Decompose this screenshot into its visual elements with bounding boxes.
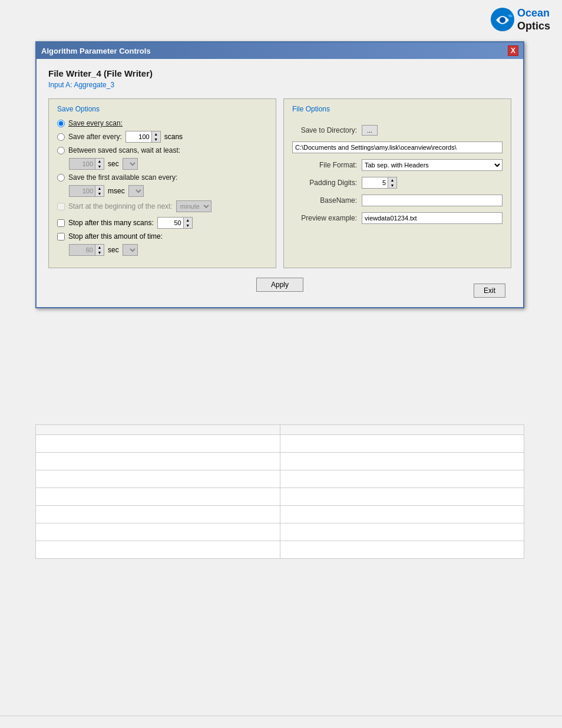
preview-input[interactable] bbox=[362, 212, 503, 224]
stop-time-unit: sec bbox=[108, 246, 119, 254]
save-first-input[interactable] bbox=[69, 185, 95, 197]
basename-input[interactable] bbox=[362, 195, 503, 206]
stop-time-input[interactable] bbox=[69, 244, 95, 256]
save-after-every-up[interactable]: ▲ bbox=[152, 131, 160, 137]
file-format-row: File Format: Tab sep. with Headers bbox=[292, 159, 503, 171]
algorithm-parameter-controls-dialog: Algorithm Parameter Controls X File Writ… bbox=[35, 41, 524, 308]
save-first-down[interactable]: ▼ bbox=[95, 191, 104, 196]
between-saved-dropdown[interactable] bbox=[123, 158, 138, 170]
table-row bbox=[36, 453, 524, 470]
between-saved-up[interactable]: ▲ bbox=[95, 159, 104, 164]
start-beginning-row: Start at the beginning of the next: minu… bbox=[57, 200, 267, 212]
padding-digits-down[interactable]: ▼ bbox=[388, 183, 396, 188]
save-first-controls: ▲ ▼ msec bbox=[69, 185, 267, 197]
logo-brand2: Optics bbox=[517, 20, 550, 32]
save-after-every-label: Save after every: bbox=[68, 133, 122, 141]
save-options-title: Save Options bbox=[57, 105, 267, 113]
stop-time-down[interactable]: ▼ bbox=[95, 250, 104, 255]
basename-row: BaseName: bbox=[292, 195, 503, 206]
padding-digits-up[interactable]: ▲ bbox=[388, 177, 396, 183]
save-first-up[interactable]: ▲ bbox=[95, 186, 104, 191]
save-after-every-unit: scans bbox=[164, 133, 183, 141]
basename-label: BaseName: bbox=[292, 196, 357, 205]
bottom-rule bbox=[0, 716, 562, 716]
save-after-every-spinbox: ▲ ▼ bbox=[125, 131, 161, 143]
save-first-dropdown[interactable] bbox=[128, 185, 144, 197]
save-first-unit: msec bbox=[108, 187, 125, 195]
table-header-col1 bbox=[36, 425, 280, 435]
save-first-spinbox: ▲ ▼ bbox=[69, 185, 104, 197]
stop-time-label: Stop after this amount of time: bbox=[68, 232, 163, 241]
padding-digits-row: Padding Digits: ▲ ▼ bbox=[292, 177, 503, 189]
save-after-every-radio[interactable] bbox=[57, 133, 65, 141]
between-saved-radio[interactable] bbox=[57, 147, 65, 154]
stop-scans-input[interactable] bbox=[157, 217, 184, 229]
preview-label: Preview example: bbox=[292, 214, 357, 222]
save-first-radio[interactable] bbox=[57, 174, 65, 182]
exit-button[interactable]: Exit bbox=[474, 284, 505, 298]
directory-path-input[interactable] bbox=[292, 141, 503, 153]
save-after-every-down[interactable]: ▼ bbox=[152, 137, 160, 142]
preview-row: Preview example: bbox=[292, 212, 503, 224]
table-row bbox=[36, 435, 524, 453]
stop-time-dropdown[interactable] bbox=[123, 244, 138, 256]
logo-brand1: Ocean bbox=[517, 7, 550, 19]
directory-path-row bbox=[292, 141, 503, 153]
save-after-every-arrows: ▲ ▼ bbox=[152, 131, 161, 143]
stop-time-row: Stop after this amount of time: bbox=[57, 232, 267, 241]
stop-scans-row: Stop after this many scans: ▲ ▼ bbox=[57, 217, 267, 229]
padding-digits-input[interactable] bbox=[362, 177, 388, 189]
padding-digits-arrows: ▲ ▼ bbox=[388, 177, 397, 189]
input-a-label: Input A: bbox=[48, 81, 74, 89]
dialog-title: Algorithm Parameter Controls bbox=[41, 47, 151, 55]
table-row bbox=[36, 506, 524, 523]
save-after-every-input[interactable] bbox=[125, 131, 152, 143]
save-every-scan-label: Save every scan: bbox=[68, 119, 123, 127]
stop-scans-up[interactable]: ▲ bbox=[184, 218, 192, 223]
stop-scans-label: Stop after this many scans: bbox=[68, 219, 154, 227]
between-saved-input[interactable] bbox=[69, 158, 95, 170]
dialog-subtitle: Input A: Aggregate_3 bbox=[48, 81, 511, 89]
input-a-value: Aggregate_3 bbox=[74, 81, 114, 89]
stop-scans-down[interactable]: ▼ bbox=[184, 223, 192, 228]
stop-scans-spinbox: ▲ ▼ bbox=[157, 217, 193, 229]
file-format-label: File Format: bbox=[292, 161, 357, 169]
apply-button[interactable]: Apply bbox=[256, 278, 303, 292]
logo-text: Ocean Optics bbox=[517, 7, 550, 32]
between-saved-controls: ▲ ▼ sec bbox=[69, 158, 267, 170]
between-saved-row: Between saved scans, wait at least: bbox=[57, 146, 267, 154]
start-beginning-label: Start at the beginning of the next: bbox=[68, 202, 173, 210]
stop-time-controls: ▲ ▼ sec bbox=[69, 244, 267, 256]
start-beginning-dropdown[interactable]: minute bbox=[176, 200, 211, 212]
dialog-close-button[interactable]: X bbox=[508, 45, 518, 56]
save-first-label: Save the first available scan every: bbox=[68, 173, 177, 182]
browse-directory-button[interactable]: ... bbox=[362, 125, 378, 136]
logo: Ocean Optics bbox=[490, 7, 550, 32]
save-first-row: Save the first available scan every: bbox=[57, 173, 267, 182]
between-saved-arrows: ▲ ▼ bbox=[95, 158, 104, 170]
file-options-panel: File Options Save to Directory: ... File… bbox=[283, 98, 511, 268]
dialog-titlebar: Algorithm Parameter Controls X bbox=[37, 42, 523, 59]
stop-time-up[interactable]: ▲ bbox=[95, 245, 104, 250]
dialog-heading: File Writer_4 (File Writer) bbox=[48, 68, 511, 78]
dialog-footer: Apply Exit bbox=[48, 278, 511, 298]
stop-time-checkbox[interactable] bbox=[57, 233, 65, 241]
save-after-every-row: Save after every: ▲ ▼ scans bbox=[57, 131, 267, 143]
stop-time-spinbox: ▲ ▼ bbox=[69, 244, 104, 256]
start-beginning-checkbox[interactable] bbox=[57, 203, 65, 210]
padding-digits-label: Padding Digits: bbox=[292, 179, 357, 187]
stop-scans-arrows: ▲ ▼ bbox=[184, 217, 193, 229]
save-every-scan-radio[interactable] bbox=[57, 120, 65, 127]
table-row bbox=[36, 523, 524, 541]
table-row bbox=[36, 488, 524, 506]
between-saved-down[interactable]: ▼ bbox=[95, 164, 104, 169]
save-directory-label: Save to Directory: bbox=[292, 126, 357, 134]
table-row bbox=[36, 541, 524, 559]
file-format-select[interactable]: Tab sep. with Headers bbox=[362, 159, 503, 171]
save-first-arrows: ▲ ▼ bbox=[95, 185, 104, 197]
table-row bbox=[36, 470, 524, 488]
between-saved-unit: sec bbox=[108, 160, 119, 168]
between-saved-label: Between saved scans, wait at least: bbox=[68, 146, 180, 154]
file-options-title: File Options bbox=[292, 105, 503, 113]
stop-scans-checkbox[interactable] bbox=[57, 219, 65, 227]
